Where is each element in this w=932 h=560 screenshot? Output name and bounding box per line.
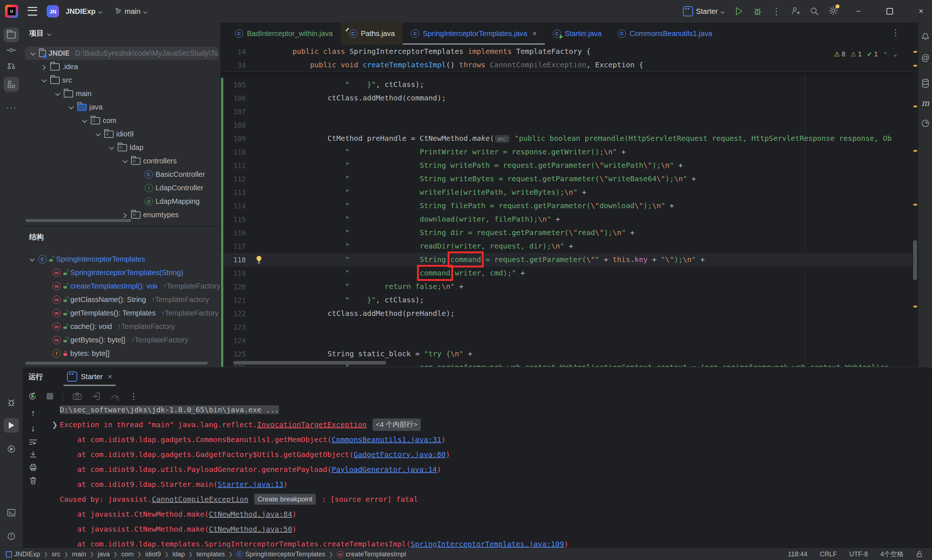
gradle-icon[interactable] [920, 118, 931, 129]
inspections-widget[interactable]: ⚠8 ⚠1 ✔1 ⌃ ⌄ [830, 49, 901, 60]
project-tree-row[interactable]: controllers [23, 154, 220, 168]
chevron-right-icon[interactable] [120, 211, 128, 219]
main-menu-icon[interactable] [28, 7, 37, 15]
structure-scrollbar[interactable] [26, 362, 208, 365]
breadcrumb-item[interactable]: java [97, 551, 110, 558]
chevron-down-icon[interactable] [28, 49, 36, 57]
code-line-120[interactable]: 120 " return false;\n" + [220, 280, 912, 293]
up-stack-trace-icon[interactable]: ↑ [31, 408, 35, 418]
more-options-button[interactable]: ⋮ [129, 391, 138, 402]
rerun-button[interactable] [28, 392, 37, 401]
editor-vertical-scrollbar[interactable] [913, 240, 917, 280]
project-tree-row[interactable]: src [23, 74, 220, 87]
project-tree-row[interactable]: ILdapController [23, 181, 220, 195]
code-line-116[interactable]: 116 " String dir = request.getParameter(… [220, 226, 912, 239]
code-line-118[interactable]: 118 " String command = request.getParame… [220, 253, 912, 266]
more-actions-button[interactable]: ⋮ [772, 6, 781, 17]
run-configuration-selector[interactable]: Starter [683, 6, 725, 16]
project-tree-row[interactable]: main [23, 87, 220, 100]
code-line-121[interactable]: 121 " }", ctClass); [220, 293, 912, 307]
chevron-down-icon[interactable] [120, 157, 128, 165]
tool-window-structure-button[interactable] [4, 77, 19, 92]
project-scrollbar[interactable] [26, 219, 131, 222]
console-badge[interactable]: <4 个内部行> [373, 418, 421, 431]
close-icon[interactable]: × [532, 29, 537, 38]
run-button[interactable] [734, 6, 743, 16]
scroll-to-end-icon[interactable] [29, 451, 37, 458]
code-line-125[interactable]: 125 String static_block = "try {\n" + [220, 347, 912, 361]
code-line-105[interactable]: 105 " }", ctClass); [220, 78, 912, 91]
warning-stripe-mark[interactable] [913, 204, 917, 206]
project-avatar[interactable]: JN [46, 5, 59, 17]
editor-horizontal-scrollbar[interactable] [233, 361, 386, 365]
breadcrumb-item[interactable]: com [121, 551, 134, 558]
database-icon[interactable] [920, 78, 931, 89]
editor-tab-commonsbeanutils1-java[interactable]: CCommonsBeanutils1.java [610, 23, 721, 45]
caret-position[interactable]: 118:44 [788, 551, 807, 558]
previous-problem-icon[interactable]: ⌃ [883, 51, 887, 58]
chevron-right-icon[interactable] [40, 63, 48, 71]
code-line-112[interactable]: 112 " String writeBytes = request.getPar… [220, 172, 912, 186]
breadcrumb-item[interactable]: JNDIExp [6, 551, 40, 558]
tool-window-profiler-button[interactable] [4, 395, 19, 410]
tool-window-services-button[interactable] [4, 442, 19, 456]
fold-arrow-icon[interactable]: ❯ [52, 420, 60, 429]
down-stack-trace-icon[interactable]: ↓ [31, 423, 35, 433]
code-line-119[interactable]: 119 " command(writer, cmd);" + [220, 266, 912, 280]
tool-window-pull-requests-button[interactable] [4, 58, 19, 73]
structure-tree-row[interactable]: mgetTemplates(): Templates↑TemplateFacto… [23, 306, 220, 320]
warning-stripe-mark[interactable] [913, 306, 917, 308]
notifications-bell-icon[interactable] [920, 31, 931, 42]
stack-trace-link[interactable]: InvocationTargetException [257, 420, 367, 429]
minimize-button[interactable]: − [847, 0, 869, 23]
tool-window-more-button[interactable]: ··· [4, 100, 19, 115]
code-line-111[interactable]: 111 " String writePath = request.getPara… [220, 158, 912, 172]
project-tree-row[interactable]: idiot9 [23, 127, 220, 141]
structure-tree-row[interactable]: mgetBytes(): byte[]↑TemplateFactory [23, 333, 220, 347]
close-icon[interactable]: × [108, 372, 112, 381]
intention-bulb-icon[interactable] [255, 255, 262, 264]
branch-selector[interactable]: main [114, 7, 148, 15]
code-line-108[interactable]: 108 [220, 118, 912, 132]
code-with-me-button[interactable] [791, 6, 800, 16]
stack-trace-link[interactable]: SpringInterceptorTemplates.java:109 [410, 540, 564, 548]
tool-window-commit-button[interactable] [4, 43, 19, 57]
next-problem-icon[interactable]: ⌄ [893, 51, 898, 58]
structure-tree-row[interactable]: CSpringInterceptorTemplates [23, 252, 220, 266]
structure-tree-row[interactable]: fbytes: byte[] [23, 347, 220, 360]
editor-error-stripe[interactable] [912, 23, 918, 367]
breadcrumb-item[interactable]: ldap [173, 551, 185, 558]
structure-tree-row[interactable]: mgetClassName(): String↑TemplateFactory [23, 293, 220, 306]
code-line-107[interactable]: 107 [220, 105, 912, 118]
breadcrumb-item[interactable]: mcreateTemplatesImpl [337, 551, 406, 558]
code-line-110[interactable]: 110 " PrintWriter writer = response.getW… [220, 145, 912, 158]
project-tree-row[interactable]: com [23, 114, 220, 127]
code-line-115[interactable]: 115 " download(writer, filePath);\n" + [220, 212, 912, 226]
search-everywhere-button[interactable] [810, 6, 819, 16]
run-tab-starter[interactable]: Starter × [63, 367, 116, 386]
code-line-114[interactable]: 114 " String filePath = request.getParam… [220, 199, 912, 212]
editor-tab-starter-java[interactable]: CStarter.java [545, 23, 610, 45]
print-icon[interactable] [29, 463, 37, 471]
code-line-117[interactable]: 117 " readDir(writer, request, dir);\n" … [220, 239, 912, 253]
structure-panel-header[interactable]: 结构 [23, 226, 44, 242]
breadcrumb-item[interactable]: CSpringInterceptorTemplates [236, 551, 325, 558]
maximize-button[interactable] [879, 0, 901, 23]
breadcrumb-item[interactable]: main [72, 551, 86, 558]
code-line-106[interactable]: 106 ctClass.addMethod(command); [220, 91, 912, 105]
clear-console-icon[interactable] [29, 476, 37, 485]
chevron-down-icon[interactable] [66, 103, 75, 111]
soft-wrap-icon[interactable] [29, 438, 37, 446]
editor-tab-paths-java[interactable]: CPaths.java [341, 23, 403, 45]
stack-trace-link[interactable]: CommonsBeanutils1.java:31 [332, 435, 441, 444]
structure-tree-row[interactable]: mSpringInterceptorTemplates(String) [23, 266, 220, 280]
chevron-down-icon[interactable] [80, 117, 88, 125]
stack-trace-link[interactable]: Starter.java:13 [218, 480, 283, 489]
camera-snapshot-button[interactable] [73, 392, 82, 401]
code-line-124[interactable]: 124 [220, 334, 912, 347]
project-tree-row[interactable]: java [23, 100, 220, 114]
warning-stripe-mark[interactable] [913, 106, 917, 107]
code-line-113[interactable]: 113 " writeFile(writePath, writeBytes);\… [220, 186, 912, 199]
code-line-109[interactable]: 109 CtMethod preHandle = CtNewMethod.mak… [220, 132, 912, 145]
unlock-icon[interactable] [916, 551, 923, 558]
